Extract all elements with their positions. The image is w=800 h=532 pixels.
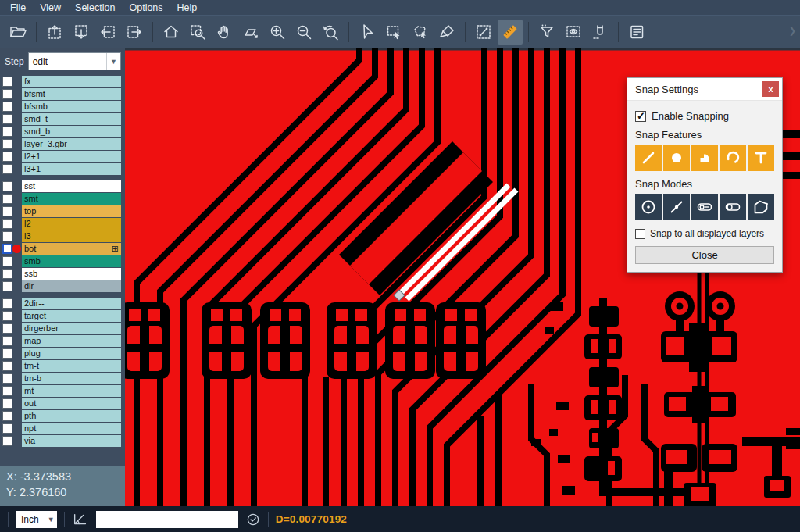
layer-visibility-checkbox[interactable] bbox=[2, 423, 12, 434]
layer-visibility-checkbox[interactable] bbox=[2, 181, 12, 191]
layer-row-bfsmb[interactable]: bfsmb bbox=[0, 101, 125, 112]
layer-name[interactable]: fx bbox=[22, 76, 121, 87]
select-polygon-button[interactable] bbox=[408, 20, 433, 45]
layer-visibility-checkbox[interactable] bbox=[2, 231, 12, 241]
layer-visibility-checkbox[interactable] bbox=[2, 127, 12, 137]
layer-row-l3+1[interactable]: l3+1 bbox=[0, 163, 125, 175]
layer-row-via[interactable]: via bbox=[0, 435, 125, 447]
snap-feature-arc-button[interactable] bbox=[720, 145, 746, 171]
pan-hand-button[interactable] bbox=[212, 20, 237, 45]
dialog-close-action-button[interactable]: Close bbox=[635, 246, 774, 264]
snap-mode-slot-left-button[interactable] bbox=[691, 194, 718, 220]
menu-file[interactable]: File bbox=[3, 1, 33, 15]
layer-name[interactable]: l2 bbox=[22, 218, 121, 230]
layer-row-tm-b[interactable]: tm-b bbox=[0, 373, 125, 384]
layer-visibility-checkbox[interactable] bbox=[2, 77, 12, 87]
pan-left-button[interactable] bbox=[95, 20, 120, 45]
menu-view[interactable]: View bbox=[33, 1, 68, 15]
layer-row-sst[interactable]: sst bbox=[0, 180, 125, 192]
toolbar-overflow-chevron[interactable]: ❯ bbox=[789, 26, 796, 36]
layer-visibility-checkbox[interactable] bbox=[2, 244, 12, 254]
layer-name[interactable]: ssb bbox=[22, 268, 121, 280]
layer-row-mt[interactable]: mt bbox=[0, 385, 125, 397]
layer-visibility-checkbox[interactable] bbox=[2, 411, 12, 421]
layer-name[interactable]: tm-b bbox=[22, 373, 121, 384]
layer-row-pth[interactable]: pth bbox=[0, 410, 125, 422]
menu-selection[interactable]: Selection bbox=[68, 1, 122, 15]
layer-row-bot[interactable]: bot⊞ bbox=[0, 243, 125, 255]
measure-ruler-button[interactable] bbox=[498, 20, 523, 45]
layer-row-map[interactable]: map bbox=[0, 335, 125, 347]
snap-mode-outline-button[interactable] bbox=[748, 194, 774, 220]
layer-name[interactable]: dir bbox=[22, 280, 121, 292]
snap-feature-pad-button[interactable] bbox=[691, 145, 718, 171]
snap-magnet-button[interactable] bbox=[588, 20, 612, 45]
pan-right-button[interactable] bbox=[122, 20, 147, 45]
layer-name[interactable]: out bbox=[22, 398, 121, 409]
layer-name[interactable]: l3 bbox=[22, 230, 121, 242]
layer-row-dir[interactable]: dir bbox=[0, 280, 125, 292]
enable-snapping-checkbox[interactable] bbox=[635, 111, 646, 122]
snap-feature-line-button[interactable] bbox=[635, 145, 662, 171]
layer-name[interactable]: bfsmt bbox=[22, 88, 121, 100]
select-cursor-button[interactable] bbox=[355, 20, 380, 45]
units-select[interactable]: Inch ▼ bbox=[16, 511, 57, 528]
layer-row-top[interactable]: top bbox=[0, 205, 125, 217]
select-brush-button[interactable] bbox=[434, 20, 459, 45]
layer-visibility-checkbox[interactable] bbox=[2, 256, 12, 266]
layer-visibility-checkbox[interactable] bbox=[2, 298, 12, 309]
pan-down-button[interactable] bbox=[69, 20, 94, 45]
layer-row-fx[interactable]: fx bbox=[0, 76, 125, 87]
layer-name[interactable]: smb bbox=[22, 255, 121, 267]
layer-visibility-checkbox[interactable] bbox=[2, 269, 12, 279]
update-refresh-icon[interactable] bbox=[245, 512, 261, 527]
layer-row-plug[interactable]: plug bbox=[0, 348, 125, 359]
layer-row-2dir--[interactable]: 2dir-- bbox=[0, 298, 125, 309]
layer-name[interactable]: smd_b bbox=[22, 126, 121, 137]
zoom-previous-button[interactable] bbox=[318, 20, 343, 45]
layer-visibility-checkbox[interactable] bbox=[2, 336, 12, 346]
layer-visibility-checkbox[interactable] bbox=[2, 386, 12, 396]
layer-name[interactable]: top bbox=[22, 205, 121, 217]
layer-row-smb[interactable]: smb bbox=[0, 255, 125, 267]
layer-row-npt[interactable]: npt bbox=[0, 423, 125, 434]
layer-name[interactable]: sst bbox=[22, 180, 121, 192]
layer-name[interactable]: npt bbox=[22, 423, 121, 434]
layer-row-layer_3.gbr[interactable]: layer_3.gbr bbox=[0, 138, 125, 150]
layer-name[interactable]: mt bbox=[22, 385, 121, 397]
snap-feature-circle-button[interactable] bbox=[663, 145, 690, 171]
snap-mode-center-button[interactable] bbox=[635, 194, 662, 220]
layer-row-dirgerber[interactable]: dirgerber bbox=[0, 323, 125, 334]
zoom-window-button[interactable] bbox=[185, 20, 210, 45]
layer-visibility-checkbox[interactable] bbox=[2, 114, 12, 124]
layer-name[interactable]: tm-t bbox=[22, 360, 121, 372]
snap-feature-text-button[interactable] bbox=[748, 145, 774, 171]
pan-up-button[interactable] bbox=[42, 20, 67, 45]
layer-row-l2[interactable]: l2 bbox=[0, 218, 125, 230]
view-options-button[interactable] bbox=[561, 20, 586, 45]
layer-visibility-checkbox[interactable] bbox=[2, 281, 12, 291]
zoom-home-button[interactable] bbox=[159, 20, 184, 45]
snap-all-checkbox[interactable] bbox=[635, 229, 645, 239]
layer-name[interactable]: bot⊞ bbox=[22, 243, 121, 255]
layer-name[interactable]: l3+1 bbox=[22, 163, 121, 175]
layer-name[interactable]: map bbox=[22, 335, 121, 347]
layer-visibility-checkbox[interactable] bbox=[2, 164, 12, 174]
layer-name[interactable]: plug bbox=[22, 348, 121, 359]
layers-panel-button[interactable] bbox=[624, 20, 649, 45]
snap-mode-point-on-line-button[interactable] bbox=[663, 194, 690, 220]
select-rectangle-button[interactable] bbox=[381, 20, 406, 45]
layer-name[interactable]: target bbox=[22, 310, 121, 322]
layer-row-ssb[interactable]: ssb bbox=[0, 268, 125, 280]
layer-name[interactable]: smt bbox=[22, 193, 121, 205]
layer-visibility-checkbox[interactable] bbox=[2, 89, 12, 99]
dialog-close-button[interactable]: x bbox=[762, 81, 779, 97]
angle-measure-icon[interactable] bbox=[72, 511, 89, 528]
layer-name[interactable]: via bbox=[22, 435, 121, 447]
dialog-title-bar[interactable]: Snap Settings x bbox=[627, 78, 782, 101]
measure-distance-button[interactable] bbox=[471, 20, 496, 45]
layer-name[interactable]: pth bbox=[22, 410, 121, 422]
filter-button[interactable] bbox=[534, 20, 559, 45]
snap-mode-slot-right-button[interactable] bbox=[720, 194, 746, 220]
layer-visibility-checkbox[interactable] bbox=[2, 398, 12, 409]
